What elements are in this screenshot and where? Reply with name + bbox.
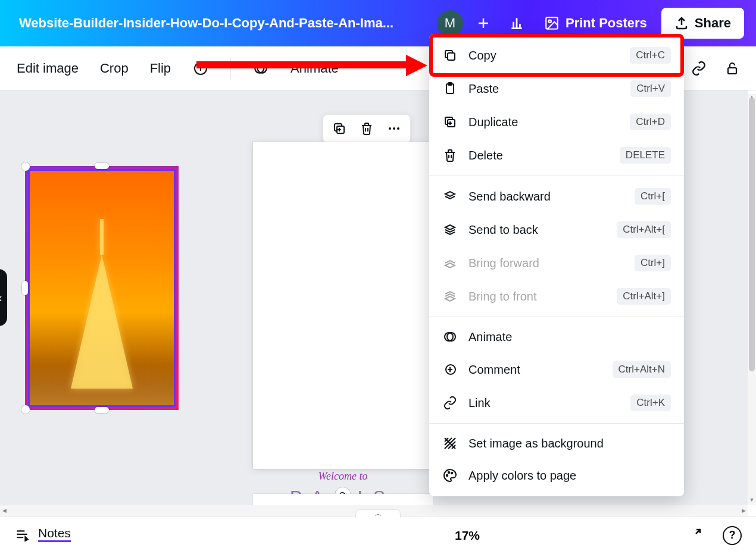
expand-pages-button[interactable]: ︿ (355, 509, 401, 518)
shortcut: Ctrl+] (635, 255, 671, 271)
effects-button[interactable] (252, 60, 269, 77)
add-button[interactable] (470, 10, 496, 36)
upload-icon (674, 16, 689, 30)
animate-icon (442, 329, 458, 345)
menu-label: Apply colors to page (468, 469, 671, 483)
welcome-text[interactable]: Welcome to (253, 470, 433, 483)
menu-paste[interactable]: Paste Ctrl+V (429, 72, 684, 105)
shortcut: Ctrl+Alt+] (617, 288, 671, 305)
crop-button[interactable]: Crop (100, 61, 129, 76)
svg-point-17 (448, 472, 449, 473)
shortcut: Ctrl+K (630, 395, 671, 411)
user-avatar[interactable]: M (437, 10, 463, 36)
eiffel-image (30, 171, 174, 405)
comment-icon (442, 362, 458, 377)
svg-point-1 (548, 20, 551, 23)
chart-icon (509, 15, 524, 31)
link-icon (691, 61, 707, 76)
menu-label: Delete (468, 149, 609, 162)
expand-button[interactable] (688, 527, 702, 544)
scroll-right-icon[interactable]: ▶ (739, 505, 748, 516)
svg-point-18 (451, 472, 452, 474)
svg-point-8 (393, 127, 395, 130)
edit-image-button[interactable]: Edit image (17, 61, 79, 76)
next-page-preview[interactable] (253, 494, 433, 506)
delete-icon (442, 148, 458, 163)
print-label: Print Posters (566, 15, 647, 31)
menu-label: Copy (468, 49, 619, 62)
menu-label: Animate (468, 330, 671, 344)
menu-duplicate[interactable]: Duplicate Ctrl+D (429, 105, 684, 139)
menu-comment[interactable]: Comment Ctrl+Alt+N (429, 353, 684, 386)
separator (230, 58, 231, 79)
menu-send-to-back[interactable]: Send to back Ctrl+Alt+[ (429, 213, 684, 246)
trash-icon (360, 121, 374, 136)
shortcut: Ctrl+D (630, 114, 671, 130)
plus-icon (476, 16, 491, 30)
shortcut: Ctrl+C (630, 47, 671, 64)
floating-toolbar (323, 114, 411, 143)
menu-set-background[interactable]: Set image as background (429, 427, 684, 459)
duplicate-page-button[interactable] (330, 120, 348, 137)
menu-delete[interactable]: Delete DELETE (429, 139, 684, 172)
link-toolbar-button[interactable] (691, 60, 707, 77)
svg-rect-10 (448, 53, 455, 60)
scrollbar-thumb[interactable] (749, 98, 755, 371)
resize-handle-t[interactable] (95, 163, 109, 169)
scroll-left-icon[interactable]: ◀ (0, 505, 8, 516)
duplicate-icon (332, 121, 346, 136)
menu-animate[interactable]: Animate (429, 321, 684, 353)
menu-label: Link (468, 396, 620, 410)
vertical-scrollbar[interactable]: ▲ ▼ (748, 94, 756, 505)
resize-handle-b[interactable] (95, 407, 109, 413)
resize-handle-l[interactable] (22, 281, 28, 295)
flip-button[interactable]: Flip (150, 61, 171, 76)
shortcut: Ctrl+[ (635, 188, 671, 205)
selected-image[interactable] (25, 166, 179, 410)
menu-label: Send to back (468, 223, 606, 237)
context-menu: Copy Ctrl+C Paste Ctrl+V Duplicate Ctrl+… (429, 34, 684, 496)
menu-bring-forward: Bring forward Ctrl+] (429, 246, 684, 280)
menu-label: Set image as background (468, 437, 671, 450)
effects-icon (253, 61, 268, 76)
notes-button[interactable]: Notes (38, 526, 71, 544)
help-button[interactable]: ? (723, 526, 742, 545)
info-button[interactable] (192, 60, 209, 77)
menu-label: Paste (468, 82, 620, 96)
design-page[interactable]: Welcome to PARIS ⟳ (253, 142, 433, 469)
svg-point-16 (446, 475, 448, 476)
svg-point-7 (389, 127, 391, 130)
image-icon (544, 15, 560, 31)
resize-handle-bl[interactable] (21, 405, 30, 414)
info-icon (193, 61, 208, 76)
expand-icon (688, 527, 702, 542)
lock-button[interactable] (724, 60, 741, 77)
menu-copy[interactable]: Copy Ctrl+C (429, 39, 684, 72)
send-back-icon (442, 222, 458, 237)
send-backward-icon (442, 189, 458, 204)
copy-icon (442, 48, 458, 63)
animate-button[interactable]: Animate (290, 61, 339, 76)
menu-label: Send backward (468, 190, 624, 204)
shortcut: Ctrl+Alt+[ (617, 221, 671, 238)
separator (429, 176, 684, 176)
share-label: Share (695, 15, 731, 31)
menu-label: Bring forward (468, 256, 624, 270)
background-icon (442, 436, 458, 451)
zoom-level[interactable]: 17% (455, 528, 480, 543)
menu-label: Bring to front (468, 290, 606, 303)
delete-page-button[interactable] (358, 120, 376, 137)
paste-icon (442, 81, 458, 96)
shortcut: DELETE (620, 147, 671, 164)
separator (429, 317, 684, 317)
more-options-button[interactable] (385, 120, 403, 137)
menu-label: Duplicate (468, 115, 619, 129)
scroll-down-icon[interactable]: ▼ (748, 497, 756, 505)
side-panel-toggle[interactable] (0, 269, 7, 326)
document-title[interactable]: Website-Builder-Insider-How-Do-I-Copy-An… (19, 15, 430, 31)
menu-apply-colors[interactable]: Apply colors to page (429, 459, 684, 492)
insights-button[interactable] (504, 10, 530, 36)
resize-handle-tl[interactable] (21, 162, 30, 171)
menu-link[interactable]: Link Ctrl+K (429, 386, 684, 420)
menu-send-backward[interactable]: Send backward Ctrl+[ (429, 180, 684, 213)
